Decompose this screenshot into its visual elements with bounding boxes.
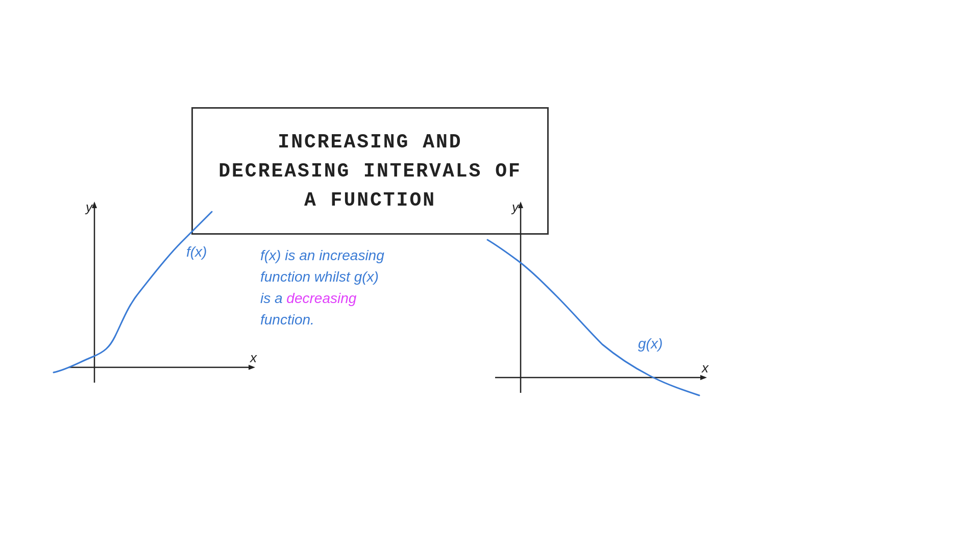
title-text: INCREASING AND DECREASING INTERVALS OF A…	[218, 128, 522, 215]
page: INCREASING AND DECREASING INTERVALS OF A…	[0, 0, 980, 551]
svg-text:y: y	[85, 199, 93, 215]
desc-line1: f(x) is an increasing	[260, 245, 490, 266]
right-graph: y x	[480, 199, 715, 413]
title-line3: A FUNCTION	[304, 189, 436, 211]
title-line1: INCREASING AND	[278, 131, 462, 153]
svg-marker-3	[249, 365, 255, 370]
desc-line4: function.	[260, 309, 490, 331]
fx-label: f(x)	[186, 244, 207, 260]
desc-text-3a: is a	[260, 290, 286, 306]
svg-marker-9	[700, 375, 707, 380]
svg-text:x: x	[701, 360, 709, 375]
left-graph: y x	[38, 199, 258, 403]
description-area: f(x) is an increasing function whilst g(…	[260, 245, 490, 331]
desc-text-4: function.	[260, 312, 314, 328]
svg-text:x: x	[249, 350, 257, 365]
desc-line2: function whilst g(x)	[260, 266, 490, 288]
svg-marker-7	[518, 202, 523, 208]
svg-marker-1	[92, 202, 97, 208]
desc-text-3b: decreasing	[286, 290, 356, 306]
desc-text-1: f(x) is an increasing	[260, 247, 384, 263]
title-line2: DECREASING INTERVALS OF	[218, 160, 522, 182]
desc-line3: is a decreasing	[260, 288, 490, 309]
gx-label: g(x)	[638, 336, 663, 352]
svg-text:y: y	[511, 199, 520, 215]
desc-text-2: function whilst g(x)	[260, 269, 379, 285]
